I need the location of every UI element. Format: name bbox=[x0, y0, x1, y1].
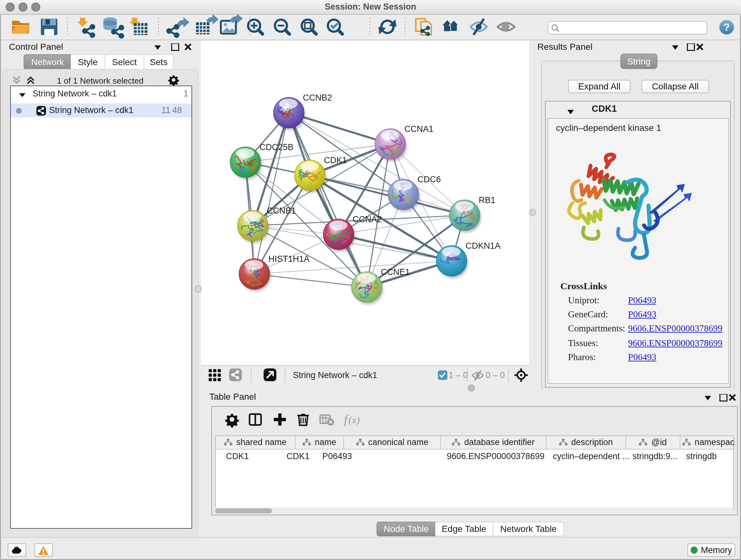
svg-text:CCNA2: CCNA2 bbox=[353, 214, 382, 224]
svg-text:CDC25B: CDC25B bbox=[259, 142, 293, 152]
svg-text:(x): (x) bbox=[348, 414, 360, 426]
svg-text:RB1: RB1 bbox=[479, 195, 495, 205]
svg-text:CCNA1: CCNA1 bbox=[404, 124, 434, 134]
svg-text:CCNE1: CCNE1 bbox=[381, 267, 410, 277]
svg-text:CDK1: CDK1 bbox=[324, 155, 347, 165]
svg-text:CDKN1A: CDKN1A bbox=[466, 241, 501, 251]
svg-text:HIST1H1A: HIST1H1A bbox=[268, 254, 310, 264]
svg-text:CDC6: CDC6 bbox=[417, 175, 441, 184]
svg-text:CCNB1: CCNB1 bbox=[267, 206, 296, 215]
svg-text:CCNB2: CCNB2 bbox=[303, 93, 332, 103]
svg-text:f: f bbox=[344, 413, 349, 426]
